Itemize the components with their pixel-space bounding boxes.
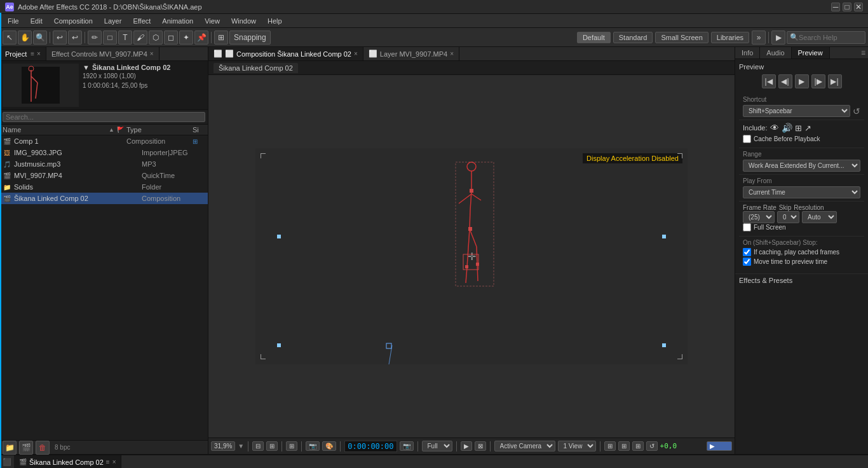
file-item-solids[interactable]: 📁 Solids Folder — [0, 181, 208, 193]
snap-toggle[interactable]: Snapping — [229, 31, 271, 45]
play-btn[interactable]: ▶ — [795, 74, 809, 88]
roto-tool[interactable]: ✦ — [179, 31, 193, 45]
tab-layer-viewer[interactable]: ⬜ Layer MVI_9907.MP4 × — [363, 47, 459, 60]
grid-btn[interactable]: ⊞ — [286, 441, 297, 451]
project-tab-close[interactable]: × — [37, 50, 41, 57]
menu-composition[interactable]: Composition — [49, 16, 98, 26]
view-safe-btn[interactable]: ⊞ — [266, 441, 278, 451]
timeline-tab-sikana[interactable]: 🎬 Šikana Linked Comp 02 ≡ × — [14, 455, 121, 468]
resolution-dropdown[interactable]: Auto — [802, 211, 837, 223]
file-item-mp4[interactable]: 🎬 MVI_9907.MP4 QuickTime — [0, 170, 208, 181]
delete-btn[interactable]: 🗑 — [36, 441, 50, 455]
new-comp-btn[interactable]: 🎬 — [19, 441, 33, 455]
transparency-btn[interactable]: ⊠ — [475, 441, 486, 451]
workspace-more[interactable]: » — [752, 31, 766, 45]
fullscreen-checkbox[interactable] — [743, 223, 751, 231]
workspace-default[interactable]: Default — [577, 32, 611, 43]
quality-select[interactable]: Full Half — [422, 441, 452, 451]
file-item-mp3[interactable]: 🎵 Justmusic.mp3 MP3 — [0, 158, 208, 170]
goto-start-btn[interactable]: |◀ — [762, 74, 776, 88]
maximize-button[interactable]: □ — [843, 3, 851, 11]
render-button[interactable]: ▶ — [707, 441, 732, 451]
file-item-sikana[interactable]: 🎬 Šikana Linked Comp 02 Composition — [0, 193, 208, 204]
include-video-icon[interactable]: 👁 — [770, 123, 779, 133]
comp-viewer-tab-close[interactable]: × — [354, 50, 358, 57]
brush-tool[interactable]: 🖌 — [133, 31, 147, 45]
tl-tab-menu[interactable]: ≡ — [106, 458, 110, 465]
align-tool[interactable]: ⊞ — [214, 31, 228, 45]
file-item-comp1[interactable]: 🎬 Comp 1 Composition ⊞ — [0, 135, 208, 147]
goto-end-btn[interactable]: ▶| — [828, 74, 842, 88]
view-type-btn[interactable]: ⊟ — [252, 441, 264, 451]
include-export-icon[interactable]: ↗ — [804, 123, 811, 133]
pin-tool[interactable]: 📌 — [194, 31, 208, 45]
menu-help[interactable]: Help — [262, 16, 287, 26]
step-fwd-btn[interactable]: |▶ — [811, 74, 825, 88]
tl-tab-close[interactable]: × — [112, 458, 116, 465]
tab-effect-controls[interactable]: Effect Controls MVI_9907.MP4 × — [46, 47, 159, 60]
hand-tool[interactable]: ✋ — [18, 31, 32, 45]
step-back-btn[interactable]: ◀| — [778, 74, 792, 88]
col-size-header[interactable]: Si — [193, 126, 205, 134]
arrow-tool[interactable]: ↖ — [3, 31, 17, 45]
help-search[interactable]: 🔍 — [787, 31, 865, 44]
tab-composition-viewer[interactable]: ⬜ ⬜ Composition Šikana Linked Comp 02 × — [208, 47, 363, 60]
view-toggle3[interactable]: ⊞ — [632, 441, 644, 451]
menu-file[interactable]: File — [3, 16, 24, 26]
tab-preview[interactable]: Preview — [792, 47, 830, 59]
close-button[interactable]: ✕ — [854, 3, 863, 11]
pen-tool[interactable]: ✏ — [88, 31, 102, 45]
timeline-panel-icon[interactable]: ⬛ — [0, 455, 14, 468]
view-layout-select[interactable]: 1 View — [558, 441, 596, 451]
shortcut-reset-icon[interactable]: ↺ — [853, 106, 860, 116]
include-overlay-icon[interactable]: ⊞ — [795, 123, 802, 133]
undo-tool[interactable]: ↩ — [53, 31, 67, 45]
zoom-select[interactable]: 31,9% — [211, 441, 235, 451]
eraser-tool[interactable]: ◻ — [164, 31, 178, 45]
menu-animation[interactable]: Animation — [157, 16, 198, 26]
text-tool[interactable]: T — [118, 31, 132, 45]
include-audio-icon[interactable]: 🔊 — [782, 123, 792, 133]
menu-window[interactable]: Window — [226, 16, 261, 26]
skip-dropdown[interactable]: 0 — [777, 211, 799, 223]
if-caching-checkbox[interactable] — [743, 248, 751, 256]
menu-edit[interactable]: Edit — [25, 16, 48, 26]
minimize-button[interactable]: ─ — [831, 3, 840, 11]
render-queue-btn[interactable]: ▶ — [771, 31, 785, 45]
workspace-libraries[interactable]: Libraries — [711, 32, 749, 43]
workspace-small-screen[interactable]: Small Screen — [655, 32, 708, 43]
effect-tab-close[interactable]: × — [150, 50, 154, 57]
tab-audio[interactable]: Audio — [760, 47, 791, 59]
range-dropdown[interactable]: Work Area Extended By Current... — [743, 160, 860, 172]
col-type-header[interactable]: Type — [126, 126, 190, 134]
viewer-timecode[interactable]: 0:00:00:00 — [344, 441, 397, 452]
col-name-header[interactable]: Name — [3, 126, 106, 134]
color-btn[interactable]: 🎨 — [322, 441, 336, 451]
view-toggle4[interactable]: ↺ — [646, 441, 658, 451]
clone-tool[interactable]: ⬡ — [149, 31, 163, 45]
zoom-tool[interactable]: 🔍 — [33, 31, 47, 45]
move-time-checkbox[interactable] — [743, 258, 751, 266]
workspace-standard[interactable]: Standard — [613, 32, 653, 43]
new-folder-btn[interactable]: 📁 — [3, 441, 17, 455]
shape-tool[interactable]: □ — [103, 31, 117, 45]
camera-select[interactable]: Active Camera — [494, 441, 555, 451]
view-toggle2[interactable]: ⊞ — [618, 441, 630, 451]
layer-viewer-tab-close[interactable]: × — [450, 50, 454, 57]
play-from-dropdown[interactable]: Current Time — [743, 186, 860, 198]
project-search-input[interactable] — [3, 112, 205, 122]
redo-tool[interactable]: ↩ — [68, 31, 82, 45]
fast-preview-btn[interactable]: ▶ — [461, 441, 472, 451]
framerate-dropdown[interactable]: (25) — [743, 211, 775, 223]
tab-project[interactable]: Project ≡ × — [0, 47, 46, 60]
tab-info[interactable]: Info — [735, 47, 760, 59]
snapshot-btn[interactable]: 📷 — [400, 441, 414, 451]
shortcut-dropdown[interactable]: Shift+Spacebar — [743, 105, 850, 117]
view-toggle1[interactable]: ⊞ — [604, 441, 616, 451]
menu-view[interactable]: View — [200, 16, 225, 26]
file-item-jpg[interactable]: 🖼 IMG_9903.JPG Importer|JPEG — [0, 147, 208, 158]
menu-layer[interactable]: Layer — [99, 16, 127, 26]
project-search-bar[interactable] — [0, 110, 208, 125]
search-input[interactable] — [799, 34, 862, 41]
menu-effect[interactable]: Effect — [128, 16, 156, 26]
